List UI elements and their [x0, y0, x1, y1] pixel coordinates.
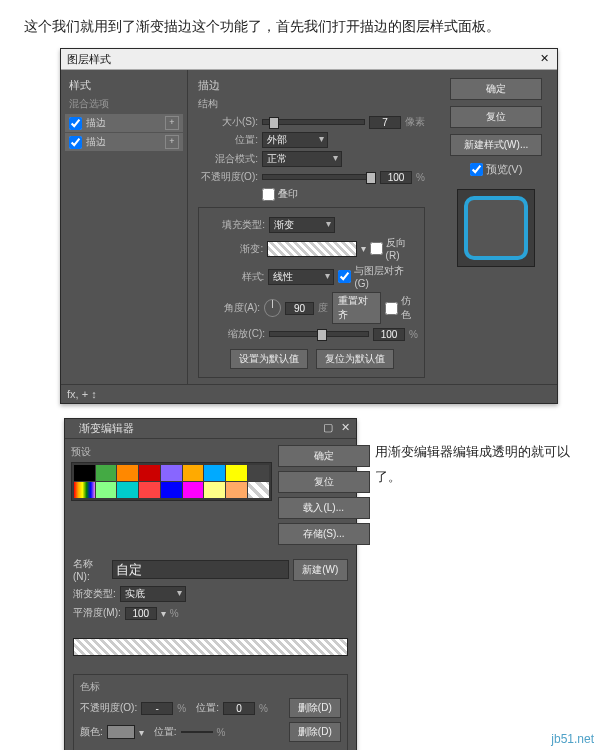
gradstyle-label: 样式: [205, 270, 264, 284]
preset-swatch[interactable] [248, 465, 269, 481]
size-slider[interactable] [262, 119, 365, 125]
preset-swatch[interactable] [139, 465, 160, 481]
set-default-button[interactable]: 设置为默认值 [230, 349, 308, 369]
filltype-label: 填充类型: [205, 218, 265, 232]
angle-unit: 度 [318, 301, 328, 315]
ok-button[interactable]: 确定 [278, 445, 370, 467]
cancel-button[interactable]: 复位 [450, 106, 542, 128]
preset-swatch[interactable] [226, 465, 247, 481]
preset-swatch[interactable] [226, 482, 247, 498]
preset-swatch[interactable] [117, 482, 138, 498]
load-button[interactable]: 载入(L)... [278, 497, 370, 519]
preset-swatch[interactable] [183, 465, 204, 481]
angle-row: 角度(A): 90 度 重置对齐 仿色 [205, 292, 418, 324]
preset-swatch[interactable] [183, 482, 204, 498]
stroke-panel: 描边 结构 大小(S): 7 像素 位置: 外部 混合模式: 正常 不透明度(O… [188, 70, 435, 384]
smooth-unit: % [170, 608, 179, 619]
styles-list: 样式 混合选项 描边 + 描边 + [61, 70, 188, 384]
scale-value[interactable]: 100 [373, 328, 405, 341]
gradient-row: 渐变: ▾ 反向(R) [205, 236, 418, 261]
preview-checkbox[interactable]: 预览(V) [470, 162, 523, 177]
preset-swatch[interactable] [117, 465, 138, 481]
dither-checkbox[interactable]: 仿色 [385, 294, 418, 322]
type-row: 渐变类型: 实底 [73, 586, 348, 602]
blendmode-row: 混合模式: 正常 [198, 151, 425, 167]
angle-dial[interactable] [264, 299, 281, 317]
position-label: 位置: [198, 133, 258, 147]
close-icon[interactable]: ✕ [341, 421, 350, 436]
watermark: jb51.net [551, 732, 594, 746]
align-checkbox[interactable]: 与图层对齐(G) [338, 264, 418, 289]
save-button[interactable]: 存储(S)... [278, 523, 370, 545]
overprint-row: 叠印 [262, 187, 425, 201]
preset-swatch[interactable] [204, 482, 225, 498]
smooth-value[interactable]: 100 [125, 607, 157, 620]
ok-button[interactable]: 确定 [450, 78, 542, 100]
titlebar: 渐变编辑器 ▢ ✕ [65, 419, 356, 439]
close-icon[interactable]: ✕ [537, 52, 551, 66]
color-stops[interactable] [73, 662, 348, 670]
name-row: 名称(N): 新建(W) [73, 557, 348, 582]
overprint-checkbox[interactable]: 叠印 [262, 187, 298, 201]
type-select[interactable]: 实底 [120, 586, 186, 602]
gradient-bar[interactable] [73, 638, 348, 656]
preset-swatch[interactable] [161, 482, 182, 498]
gradient-swatch[interactable] [267, 241, 356, 257]
blendmode-label: 混合模式: [198, 152, 258, 166]
stop-color-swatch[interactable] [107, 725, 135, 739]
scale-slider[interactable] [269, 331, 369, 337]
reverse-checkbox[interactable]: 反向(R) [370, 236, 418, 261]
stop-color-label: 颜色: [80, 725, 103, 739]
add-effect-icon[interactable]: + [165, 116, 179, 130]
stop-opacity-value[interactable]: - [141, 702, 173, 715]
delete-stop-button[interactable]: 删除(D) [289, 698, 341, 718]
reset-align-button[interactable]: 重置对齐 [332, 292, 381, 324]
new-style-button[interactable]: 新建样式(W)... [450, 134, 542, 156]
add-effect-icon[interactable]: + [165, 135, 179, 149]
minimize-icon[interactable]: ▢ [323, 421, 333, 436]
preset-swatch[interactable] [96, 482, 117, 498]
chevron-down-icon[interactable]: ▾ [139, 727, 144, 738]
preset-swatch[interactable] [161, 465, 182, 481]
fill-fieldset: 填充类型: 渐变 渐变: ▾ 反向(R) 样式: 线性 与图层对齐(G) 角度(… [198, 207, 425, 378]
style-row-stroke-2[interactable]: 描边 + [65, 133, 183, 151]
chevron-down-icon[interactable]: ▾ [161, 608, 166, 619]
style-checkbox[interactable] [69, 136, 82, 149]
section-title: 描边 [198, 78, 425, 93]
new-button[interactable]: 新建(W) [293, 559, 348, 581]
style-checkbox[interactable] [69, 117, 82, 130]
intro-text: 这个我们就用到了渐变描边这个功能了，首先我们打开描边的图层样式面板。 [0, 0, 600, 48]
presets-panel: 预设 [71, 445, 272, 545]
preset-swatch[interactable] [204, 465, 225, 481]
name-input[interactable] [112, 560, 289, 579]
style-row-stroke-1[interactable]: 描边 + [65, 114, 183, 132]
stop-color-loc-value[interactable] [181, 731, 213, 733]
reset-default-button[interactable]: 复位为默认值 [316, 349, 394, 369]
smooth-label: 平滑度(M): [73, 606, 121, 620]
preset-swatch[interactable] [74, 465, 95, 481]
opacity-value[interactable]: 100 [380, 171, 412, 184]
preset-swatch[interactable] [74, 482, 95, 498]
style-label: 描边 [86, 116, 106, 130]
opacity-slider[interactable] [262, 174, 376, 180]
blendmode-select[interactable]: 正常 [262, 151, 342, 167]
cancel-button[interactable]: 复位 [278, 471, 370, 493]
layer-style-dialog: 图层样式 ✕ 样式 混合选项 描边 + 描边 + 描边 结构 大小(S): [60, 48, 558, 404]
stops-title: 色标 [80, 680, 341, 694]
preset-swatch[interactable] [139, 482, 160, 498]
chevron-down-icon[interactable]: ▾ [361, 243, 366, 254]
gradstyle-select[interactable]: 线性 [268, 269, 334, 285]
delete-color-stop-button[interactable]: 删除(D) [289, 722, 341, 742]
blend-options[interactable]: 混合选项 [65, 95, 183, 113]
size-value[interactable]: 7 [369, 116, 401, 129]
preset-swatch[interactable] [96, 465, 117, 481]
angle-value[interactable]: 90 [285, 302, 315, 315]
scale-label: 缩放(C): [205, 327, 265, 341]
angle-label: 角度(A): [205, 301, 260, 315]
type-label: 渐变类型: [73, 587, 116, 601]
filltype-select[interactable]: 渐变 [269, 217, 335, 233]
preset-swatch[interactable] [248, 482, 269, 498]
position-select[interactable]: 外部 [262, 132, 328, 148]
opacity-stops[interactable] [73, 624, 348, 632]
stop-location-value[interactable]: 0 [223, 702, 255, 715]
